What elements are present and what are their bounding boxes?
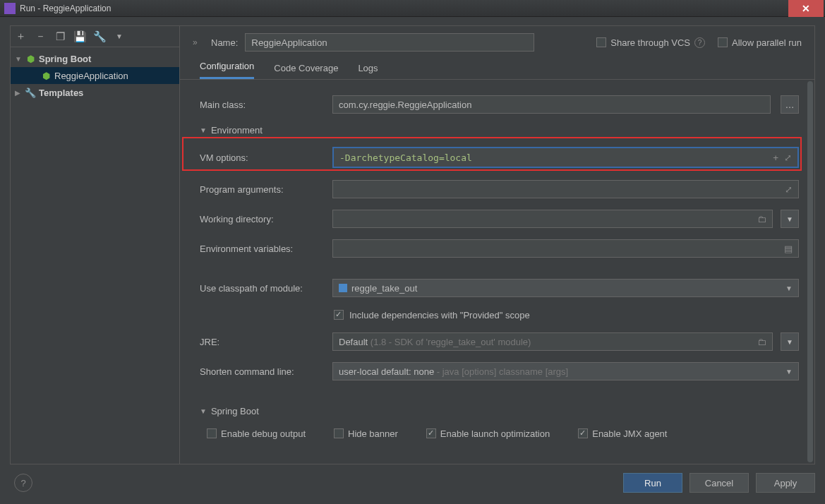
checkbox-icon (718, 37, 728, 47)
shorten-combo[interactable]: user-local default: none - java [options… (332, 362, 799, 380)
vm-options-field[interactable]: -DarchetypeCatalog=local + ⤢ (332, 147, 799, 168)
spring-icon: ⬢ (40, 71, 52, 81)
env-vars-field[interactable]: ▤ (332, 239, 799, 258)
classpath-combo[interactable]: reggle_take_out ▼ (332, 279, 799, 297)
chevron-down-icon: ▼ (200, 126, 207, 134)
app-icon (4, 3, 16, 14)
main-panel: ＋ － ❐ 💾 🔧 ▼ ▼ ⬢ Spring Boot ⬢ ReggieAppl… (10, 25, 815, 464)
add-icon[interactable]: + (773, 152, 778, 163)
browse-button[interactable]: … (781, 95, 799, 114)
program-args-label: Program arguments: (200, 184, 327, 195)
close-button[interactable]: ✕ (788, 0, 824, 17)
main-class-label: Main class: (200, 100, 327, 110)
sidebar: ＋ － ❐ 💾 🔧 ▼ ▼ ⬢ Spring Boot ⬢ ReggieAppl… (11, 26, 180, 464)
tree-node-templates[interactable]: ▶ 🔧 Templates (11, 84, 179, 101)
chevron-down-icon: ▼ (200, 407, 207, 415)
vm-options-label: VM options: (200, 152, 327, 163)
dropdown-button[interactable]: ▼ (781, 210, 799, 228)
checkbox-icon (426, 428, 436, 438)
tree-node-reggieapp[interactable]: ⬢ ReggieApplication (11, 67, 179, 84)
environment-section[interactable]: ▼ Environment (200, 119, 799, 140)
include-provided-checkbox[interactable]: Include dependencies with "Provided" sco… (200, 303, 799, 327)
chevron-right-icon: ▶ (15, 89, 22, 97)
window-title: Run - ReggieApplication (20, 4, 111, 13)
apply-button[interactable]: Apply (756, 473, 815, 493)
footer: ? Run Cancel Apply (10, 469, 815, 497)
checkbox-icon (334, 310, 344, 320)
help-button[interactable]: ? (14, 474, 32, 492)
name-input[interactable] (245, 33, 534, 52)
env-vars-label: Environment variables: (200, 244, 327, 254)
checkbox-icon (334, 428, 344, 438)
program-args-field[interactable]: ⤢ (332, 180, 799, 198)
enable-jmx-checkbox[interactable]: Enable JMX agent (578, 428, 667, 439)
expand-icon[interactable]: ⤢ (784, 152, 792, 163)
module-icon (339, 284, 347, 292)
checkbox-icon (578, 428, 588, 438)
working-dir-label: Working directory: (200, 214, 327, 224)
classpath-label: Use classpath of module: (200, 283, 327, 294)
chevron-down-icon[interactable]: ▼ (114, 31, 125, 42)
shorten-label: Shorten command line: (200, 366, 327, 377)
enable-debug-checkbox[interactable]: Enable debug output (207, 428, 306, 439)
cancel-button[interactable]: Cancel (689, 473, 749, 493)
allow-parallel-checkbox[interactable]: Allow parallel run (718, 37, 802, 48)
working-dir-field[interactable]: 🗀 (332, 210, 773, 228)
form-area: Main class: com.cy.reggie.ReggieApplicat… (180, 80, 814, 464)
folder-icon[interactable]: 🗀 (757, 214, 766, 224)
checkbox-icon (207, 428, 217, 438)
titlebar: Run - ReggieApplication ✕ (0, 0, 825, 17)
help-icon[interactable]: ? (694, 37, 705, 48)
share-vcs-checkbox[interactable]: Share through VCS ? (596, 37, 705, 48)
content-header: » Name: Share through VCS ? Allow parall… (180, 26, 814, 56)
enable-launch-opt-checkbox[interactable]: Enable launch optimization (426, 428, 550, 439)
tab-bar: Configuration Code Coverage Logs (180, 56, 814, 80)
chevron-right-icon[interactable]: » (193, 37, 204, 47)
expand-icon[interactable]: ⤢ (785, 184, 793, 195)
tab-configuration[interactable]: Configuration (200, 61, 254, 79)
remove-icon[interactable]: － (35, 31, 46, 42)
jre-field[interactable]: Default (1.8 - SDK of 'reggle_take_out' … (332, 332, 773, 351)
hide-banner-checkbox[interactable]: Hide banner (334, 428, 398, 439)
chevron-down-icon: ▼ (15, 55, 22, 63)
list-icon[interactable]: ▤ (784, 244, 793, 254)
checkbox-icon (596, 37, 606, 47)
folder-icon[interactable]: 🗀 (757, 337, 766, 347)
copy-icon[interactable]: ❐ (54, 31, 66, 42)
content-panel: » Name: Share through VCS ? Allow parall… (180, 26, 814, 464)
springboot-section[interactable]: ▼ Spring Boot (200, 400, 799, 421)
vertical-scrollbar[interactable] (807, 81, 813, 462)
save-icon[interactable]: 💾 (74, 31, 85, 42)
run-button[interactable]: Run (623, 473, 682, 493)
tree-node-springboot[interactable]: ▼ ⬢ Spring Boot (11, 50, 179, 67)
jre-label: JRE: (200, 337, 327, 347)
tab-code-coverage[interactable]: Code Coverage (274, 63, 338, 79)
spring-icon: ⬢ (25, 54, 36, 64)
wrench-icon[interactable]: 🔧 (94, 31, 105, 42)
config-tree: ▼ ⬢ Spring Boot ⬢ ReggieApplication ▶ 🔧 … (11, 47, 179, 464)
dropdown-button[interactable]: ▼ (781, 332, 799, 351)
tab-logs[interactable]: Logs (358, 63, 378, 79)
name-label: Name: (211, 37, 238, 48)
add-icon[interactable]: ＋ (15, 31, 26, 42)
wrench-icon: 🔧 (25, 88, 36, 98)
chevron-down-icon: ▼ (785, 284, 793, 292)
chevron-down-icon: ▼ (785, 368, 793, 376)
main-class-field[interactable]: com.cy.reggie.ReggieApplication (332, 95, 771, 114)
sidebar-toolbar: ＋ － ❐ 💾 🔧 ▼ (11, 26, 179, 47)
